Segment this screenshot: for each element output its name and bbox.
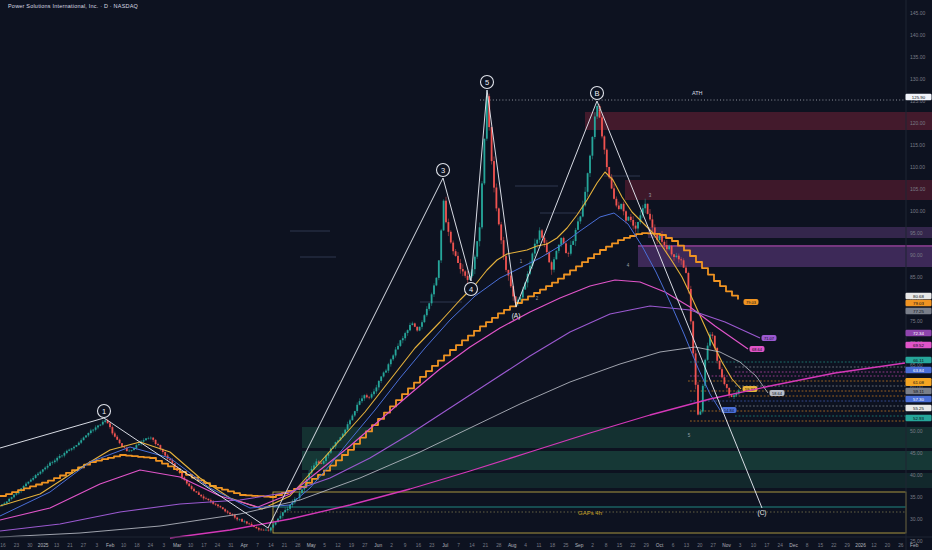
- time-tick: 2026: [855, 543, 866, 548]
- candle-body: [97, 426, 99, 428]
- candle-body: [246, 521, 248, 523]
- candle-body: [323, 461, 325, 464]
- demand-zone-1[interactable]: [302, 427, 932, 448]
- time-tick: 14: [268, 543, 274, 548]
- ath-line-drawing[interactable]: ATH: [480, 90, 906, 100]
- candle-body: [440, 230, 442, 260]
- price-badge: 57.30: [906, 396, 932, 403]
- candle-body: [733, 395, 735, 397]
- demand-zone-2[interactable]: [302, 451, 932, 470]
- candle-body: [409, 325, 411, 330]
- price-tick: 105.00: [910, 186, 926, 192]
- candle-body: [208, 499, 210, 500]
- candle-body: [671, 246, 673, 254]
- candle-body: [433, 285, 435, 294]
- purple-zone-1[interactable]: [648, 227, 932, 238]
- candle-body: [697, 385, 699, 415]
- candle-body: [164, 452, 166, 456]
- candle-body: [61, 456, 63, 457]
- time-tick: 24: [215, 543, 221, 548]
- candle-body: [138, 444, 140, 445]
- trading-chart-window: Power Solutions International, Inc. · D …: [0, 0, 932, 550]
- candle-body: [376, 387, 378, 391]
- wave-label-(C)[interactable]: (C): [757, 509, 766, 517]
- time-tick: 14: [469, 543, 475, 548]
- candle-body: [460, 263, 462, 269]
- time-tick: 10: [751, 543, 757, 548]
- candle-body: [198, 492, 200, 495]
- time-tick: 8: [806, 543, 809, 548]
- supply-zone-1[interactable]: [585, 112, 932, 130]
- purple-zone-2[interactable]: [638, 245, 932, 267]
- price-tick: 50.00: [910, 428, 923, 434]
- candle-body: [155, 440, 157, 444]
- candle-body: [496, 188, 498, 209]
- price-badge-text: 57.30: [913, 397, 925, 402]
- candle-body: [630, 217, 632, 220]
- candle-body: [16, 493, 18, 494]
- wave-label-1[interactable]: 1: [98, 405, 111, 418]
- time-tick: Apr: [240, 543, 248, 548]
- candle-body: [594, 117, 596, 138]
- time-tick: Sep: [575, 543, 584, 548]
- candle-body: [392, 355, 394, 359]
- ath-label: ATH: [692, 90, 703, 96]
- time-tick: 25: [563, 543, 569, 548]
- candle-body: [570, 245, 572, 254]
- candle-body: [426, 309, 428, 315]
- wave-label-5[interactable]: 5: [481, 76, 494, 89]
- candle-body: [606, 150, 608, 167]
- candle-body: [42, 469, 44, 471]
- candle-body: [726, 384, 728, 388]
- chart-title[interactable]: Power Solutions International, Inc. · D …: [8, 3, 138, 9]
- candle-body: [236, 518, 238, 520]
- gaps-box-drawing[interactable]: GAPs 4h: [273, 492, 906, 533]
- candle-body: [676, 256, 678, 257]
- price-badge: 72.34: [906, 330, 932, 337]
- supertrend-step-line-value-text: 79.03: [746, 300, 757, 305]
- time-tick: 30: [27, 543, 33, 548]
- candle-body: [404, 333, 406, 338]
- candle-body: [109, 423, 111, 427]
- candle-body: [114, 433, 116, 436]
- candle-body: [628, 217, 630, 221]
- price-tick: 120.00: [910, 120, 926, 126]
- wave-label-4[interactable]: 4: [465, 283, 478, 296]
- time-tick: Jul: [442, 543, 448, 548]
- candle-body: [229, 513, 231, 515]
- demand-zone-3[interactable]: [302, 473, 932, 488]
- candle-body: [78, 443, 80, 445]
- wave-label-3[interactable]: 3: [437, 164, 450, 177]
- chart-pane[interactable]: GAPs 4hATH79.0359.3768.6471.0754.8458.64…: [0, 0, 932, 550]
- gap-levels-layer: [688, 362, 906, 421]
- candle-body: [685, 268, 687, 273]
- candle-body: [462, 269, 464, 271]
- candle-body: [618, 206, 620, 210]
- wave-label-B[interactable]: B: [591, 87, 604, 100]
- candle-body: [88, 433, 90, 435]
- time-tick: 8: [605, 543, 608, 548]
- candle-body: [136, 445, 138, 448]
- supply-zone-2[interactable]: [625, 180, 932, 200]
- time-tick: 22: [630, 543, 636, 548]
- candle-body: [416, 327, 418, 331]
- candle-body: [541, 230, 543, 237]
- time-axis[interactable]: 16233020251321273Feb1018243Mar10172431Ap…: [0, 543, 918, 548]
- candle-body: [30, 480, 32, 482]
- time-tick: Jun: [374, 543, 382, 548]
- candle-body: [407, 330, 409, 333]
- candle-body: [613, 188, 615, 198]
- candle-body: [265, 530, 267, 531]
- candle-body: [395, 350, 397, 356]
- price-tick: 130.00: [910, 76, 926, 82]
- candle-body: [707, 346, 709, 360]
- candle-body: [455, 251, 457, 256]
- wave-label-(A)[interactable]: (A): [512, 312, 521, 320]
- candle-body: [11, 497, 13, 499]
- candle-body: [143, 440, 145, 441]
- candle-body: [85, 435, 87, 437]
- time-tick: Oct: [656, 543, 664, 548]
- candle-body: [280, 516, 282, 519]
- candle-body: [505, 256, 507, 270]
- candle-body: [316, 461, 318, 465]
